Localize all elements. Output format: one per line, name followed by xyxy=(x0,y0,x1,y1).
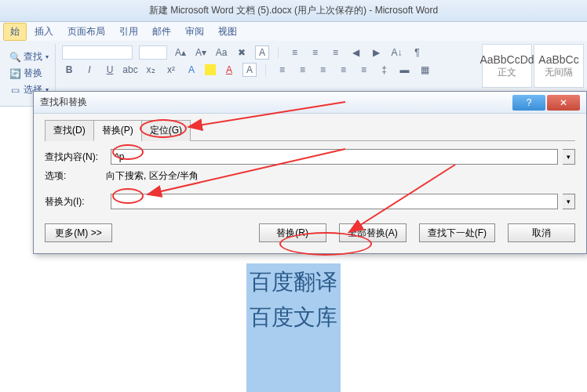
font-color[interactable]: A xyxy=(222,63,236,77)
strike[interactable]: abc xyxy=(123,63,137,77)
char-shading[interactable]: A xyxy=(242,63,257,77)
tab-find-d[interactable]: 查找(D) xyxy=(45,120,94,141)
find-label: 查找内容(N): xyxy=(45,151,106,164)
find-next-button[interactable]: 查找下一处(F) xyxy=(419,223,495,242)
indent-dec[interactable]: ◀ xyxy=(349,45,363,60)
numbering[interactable]: ≡ xyxy=(308,45,323,60)
find-replace-dialog: 查找和替换 ? ✕ 查找(D) 替换(P) 定位(G) 查找内容(N): ▾ 选… xyxy=(33,91,587,254)
options-value: 向下搜索, 区分全/半角 xyxy=(106,169,199,183)
style-normal[interactable]: AaBbCcDd正文 xyxy=(482,44,532,88)
sort[interactable]: A↓ xyxy=(390,45,404,60)
font-box[interactable] xyxy=(62,45,133,60)
find-input[interactable] xyxy=(111,149,558,165)
tab-layout[interactable]: 页面布局 xyxy=(61,24,111,40)
borders[interactable]: ▦ xyxy=(418,63,432,77)
align-dist[interactable]: ≡ xyxy=(357,63,371,77)
change-case[interactable]: Aa xyxy=(214,45,228,60)
replace-input[interactable] xyxy=(111,194,558,209)
superscript[interactable]: x² xyxy=(164,63,178,77)
char-border[interactable]: A xyxy=(255,45,269,60)
replace-icon: 🔄 xyxy=(9,68,20,79)
show-marks[interactable]: ¶ xyxy=(410,45,425,60)
replace-all-button[interactable]: 全部替换(A) xyxy=(339,223,407,242)
tab-review[interactable]: 审阅 xyxy=(179,24,210,40)
ribbon-tabs: 始 插入 页面布局 引用 邮件 审阅 视图 xyxy=(0,22,587,41)
options-label: 选项: xyxy=(45,169,106,183)
doc-line-1: 百度翻译 xyxy=(250,265,337,300)
line-spacing[interactable]: ‡ xyxy=(377,63,392,77)
tab-mailings[interactable]: 邮件 xyxy=(146,24,177,40)
find-dropdown[interactable]: ▾ xyxy=(563,149,575,165)
find-icon: 🔍 xyxy=(9,52,20,63)
tab-insert[interactable]: 插入 xyxy=(28,24,60,40)
app-title: 新建 Microsoft Word 文档 (5).docx (用户上次保存的) … xyxy=(149,4,438,17)
bullets[interactable]: ≡ xyxy=(288,45,302,60)
find-button[interactable]: 🔍查找▾ xyxy=(8,49,50,64)
align-justify[interactable]: ≡ xyxy=(337,63,351,77)
dialog-titlebar[interactable]: 查找和替换 ? ✕ xyxy=(34,92,586,114)
multilevel[interactable]: ≡ xyxy=(329,45,343,60)
style-nospacing[interactable]: AaBbCc无间隔 xyxy=(534,44,584,88)
clear-format[interactable]: ✖ xyxy=(235,45,249,60)
align-right[interactable]: ≡ xyxy=(316,63,330,77)
align-center[interactable]: ≡ xyxy=(296,63,310,77)
grow-font[interactable]: A▴ xyxy=(173,45,188,60)
tab-goto-g[interactable]: 定位(G) xyxy=(141,120,191,141)
italic[interactable]: I xyxy=(82,63,97,77)
bold[interactable]: B xyxy=(62,63,76,77)
select-icon: ▭ xyxy=(9,85,20,96)
tab-references[interactable]: 引用 xyxy=(113,24,144,40)
help-button[interactable]: ? xyxy=(512,95,545,111)
text-effects[interactable]: A xyxy=(184,63,199,77)
shrink-font[interactable]: A▾ xyxy=(194,45,208,60)
tab-replace-p[interactable]: 替换(P) xyxy=(93,120,142,141)
app-titlebar: 新建 Microsoft Word 文档 (5).docx (用户上次保存的) … xyxy=(0,0,587,22)
highlight[interactable] xyxy=(205,64,216,75)
cancel-button[interactable]: 取消 xyxy=(508,223,575,242)
doc-line-2: 百度文库 xyxy=(250,300,337,336)
replace-button-dlg[interactable]: 替换(R) xyxy=(259,223,326,242)
replace-label: 替换为(I): xyxy=(45,195,106,209)
underline[interactable]: U xyxy=(103,63,117,77)
align-left[interactable]: ≡ xyxy=(275,63,290,77)
dialog-title: 查找和替换 xyxy=(40,96,511,109)
tab-view[interactable]: 视图 xyxy=(212,24,243,40)
close-button[interactable]: ✕ xyxy=(547,95,580,111)
subscript[interactable]: x₂ xyxy=(144,63,158,77)
dialog-tabs: 查找(D) 替换(P) 定位(G) xyxy=(45,120,575,141)
tab-home[interactable]: 始 xyxy=(3,23,27,41)
shading[interactable]: ▬ xyxy=(398,63,412,77)
size-box[interactable] xyxy=(139,45,167,60)
indent-inc[interactable]: ▶ xyxy=(370,45,384,60)
selected-text: 百度翻译 百度文库 xyxy=(246,263,341,392)
replace-dropdown[interactable]: ▾ xyxy=(563,194,575,209)
replace-button[interactable]: 🔄替换 xyxy=(8,66,50,81)
more-button[interactable]: 更多(M) >> xyxy=(45,223,112,242)
